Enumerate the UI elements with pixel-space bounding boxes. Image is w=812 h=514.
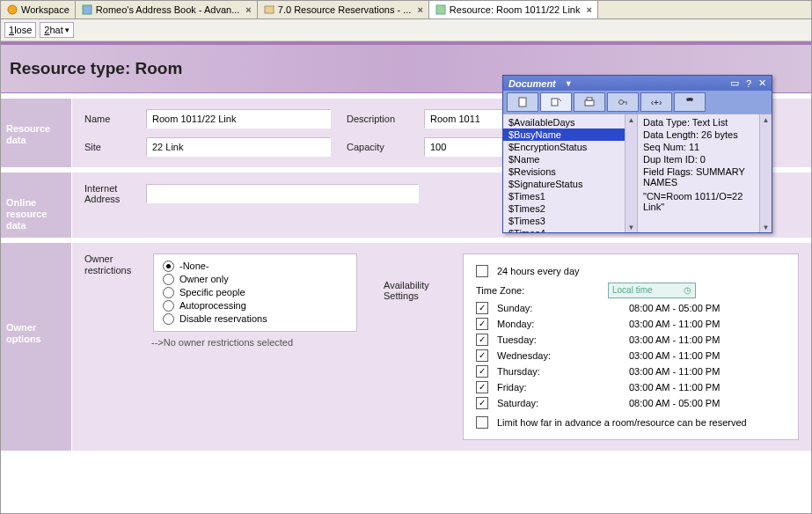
availability-day-row: Sunday:08:00 AM - 05:00 PM — [476, 300, 786, 316]
minimize-icon[interactable]: ▭ — [730, 77, 739, 89]
availability-day-row: Tuesday:03:00 AM - 11:00 PM — [476, 332, 786, 348]
scrollbar[interactable]: ▲▼ — [625, 114, 637, 232]
tab-resource-room[interactable]: Resource: Room 1011/22 Link × — [429, 1, 598, 18]
doc-field-item[interactable]: $EncryptionStatus — [503, 141, 637, 153]
doc-field-item[interactable]: $Revisions — [503, 165, 637, 178]
tab-reservations[interactable]: 7.0 Resource Reservations - ... × — [258, 1, 429, 18]
tab-address-book[interactable]: Romeo's Address Book - Advan... × — [76, 1, 258, 18]
day-hours: 03:00 AM - 11:00 PM — [629, 350, 720, 361]
doc-field-item[interactable]: $Times1 — [503, 190, 637, 202]
availability-day-row: Friday:03:00 AM - 11:00 PM — [476, 379, 786, 395]
checkbox-limit-advance-label: Limit how far in advance a room/resource… — [497, 417, 747, 428]
chat-button[interactable]: 2hat▾ — [40, 22, 73, 38]
doc-tool-ref[interactable]: ‹+› — [640, 92, 672, 112]
close-button[interactable]: 1lose — [4, 22, 36, 38]
svg-point-0 — [8, 5, 17, 14]
doc-field-item[interactable]: $SignatureStatus — [503, 178, 637, 190]
doc-fields-list[interactable]: $AvailableDays$BusyName$EncryptionStatus… — [503, 114, 637, 232]
capacity-label: Capacity — [347, 142, 417, 152]
day-name: Wednesday: — [497, 350, 567, 361]
radio-disable-reservations[interactable]: Disable reservations — [163, 312, 347, 326]
doc-panel-titlebar[interactable]: Document ▼ ▭ ? ✕ — [503, 76, 772, 91]
checkbox-day[interactable] — [476, 381, 488, 393]
book-icon — [81, 4, 93, 16]
svg-rect-3 — [436, 5, 445, 14]
owner-restrictions-group: -None- Owner only Specific people Autopr… — [153, 253, 357, 332]
doc-tool-print[interactable] — [574, 92, 605, 112]
availability-day-row: Thursday:03:00 AM - 11:00 PM — [476, 363, 786, 379]
checkbox-day[interactable] — [476, 365, 488, 378]
chevron-down-icon[interactable]: ▼ — [565, 79, 573, 88]
day-name: Friday: — [497, 382, 567, 393]
checkbox-day[interactable] — [476, 302, 488, 314]
checkbox-24h-label: 24 hours every day — [497, 266, 580, 276]
radio-specific-people[interactable]: Specific people — [163, 286, 347, 299]
doc-field-item[interactable]: $BusyName — [503, 128, 637, 141]
checkbox-24h[interactable] — [476, 265, 488, 277]
svg-rect-5 — [552, 99, 558, 106]
site-field[interactable] — [146, 137, 331, 157]
checkbox-day[interactable] — [476, 349, 488, 362]
close-icon[interactable]: × — [417, 4, 422, 15]
doc-field-item[interactable]: $Times2 — [503, 202, 637, 215]
doc-tool-key[interactable] — [607, 92, 639, 112]
doc-tool-fields[interactable] — [540, 92, 572, 112]
doc-tool-page[interactable] — [507, 92, 538, 112]
doc-tool-phone[interactable] — [674, 92, 706, 112]
doc-info-line: Data Length: 26 bytes — [638, 128, 772, 141]
doc-info-line: Seq Num: 11 — [638, 141, 772, 153]
doc-field-item[interactable]: $AvailableDays — [503, 116, 637, 128]
doc-panel-title: Document — [508, 78, 556, 89]
name-field[interactable] — [146, 109, 331, 128]
svg-rect-1 — [83, 5, 91, 14]
svg-rect-2 — [265, 6, 274, 13]
radio-autoprocessing[interactable]: Autoprocessing — [163, 299, 347, 312]
scroll-up-icon[interactable]: ▲ — [760, 114, 772, 125]
close-icon[interactable]: × — [586, 4, 591, 15]
doc-info-line: "CN=Room 1011/O=22 Link" — [638, 190, 772, 213]
radio-icon — [163, 287, 174, 298]
scroll-down-icon[interactable]: ▼ — [760, 222, 772, 232]
document-properties-panel[interactable]: Document ▼ ▭ ? ✕ ‹+› $AvailableDays$Busy… — [502, 75, 772, 233]
close-icon[interactable]: × — [245, 4, 251, 15]
tab-label: Resource: Room 1011/22 Link — [450, 4, 581, 15]
day-name: Monday: — [497, 319, 567, 329]
svg-rect-8 — [587, 98, 592, 100]
radio-none[interactable]: -None- — [163, 260, 347, 273]
clock-icon: ◷ — [684, 285, 691, 295]
radio-owner-only[interactable]: Owner only — [163, 273, 347, 286]
scroll-down-icon[interactable]: ▼ — [625, 222, 637, 232]
checkbox-limit-advance[interactable] — [476, 416, 488, 429]
resource-icon — [263, 4, 275, 16]
workspace-icon — [6, 4, 18, 16]
doc-info-line: Dup Item ID: 0 — [638, 153, 772, 165]
internet-address-field[interactable] — [146, 184, 419, 203]
doc-field-item[interactable]: $Times4 — [503, 227, 637, 232]
day-name: Thursday: — [497, 366, 567, 377]
help-icon[interactable]: ? — [746, 78, 751, 89]
owner-restrictions-note: -->No owner restrictions selected — [151, 337, 357, 348]
radio-icon — [163, 274, 174, 285]
doc-info-line: Field Flags: SUMMARY NAMES — [638, 165, 772, 188]
tab-label: 7.0 Resource Reservations - ... — [278, 4, 412, 15]
svg-point-9 — [619, 100, 624, 105]
day-name: Saturday: — [497, 398, 567, 408]
doc-field-item[interactable]: $Times3 — [503, 215, 637, 227]
description-label: Description — [347, 114, 417, 124]
tab-workspace[interactable]: Workspace — [1, 1, 76, 18]
doc-info-line: Data Type: Text List — [638, 116, 772, 128]
day-hours: 08:00 AM - 05:00 PM — [629, 398, 720, 408]
doc-field-item[interactable]: $Name — [503, 153, 637, 165]
chevron-down-icon: ▾ — [65, 26, 69, 34]
timezone-label: Time Zone: — [476, 285, 546, 296]
scrollbar[interactable]: ▲▼ — [759, 114, 772, 232]
checkbox-day[interactable] — [476, 397, 488, 409]
doc-field-info: Data Type: Text ListData Length: 26 byte… — [637, 114, 772, 232]
section-owner-options: Owner options Owner restrictions -None- … — [1, 243, 811, 451]
scroll-up-icon[interactable]: ▲ — [625, 114, 637, 125]
timezone-field[interactable]: Local time◷ — [608, 283, 696, 298]
radio-icon — [163, 313, 174, 325]
close-icon[interactable]: ✕ — [758, 77, 766, 89]
checkbox-day[interactable] — [476, 334, 488, 346]
checkbox-day[interactable] — [476, 318, 488, 330]
